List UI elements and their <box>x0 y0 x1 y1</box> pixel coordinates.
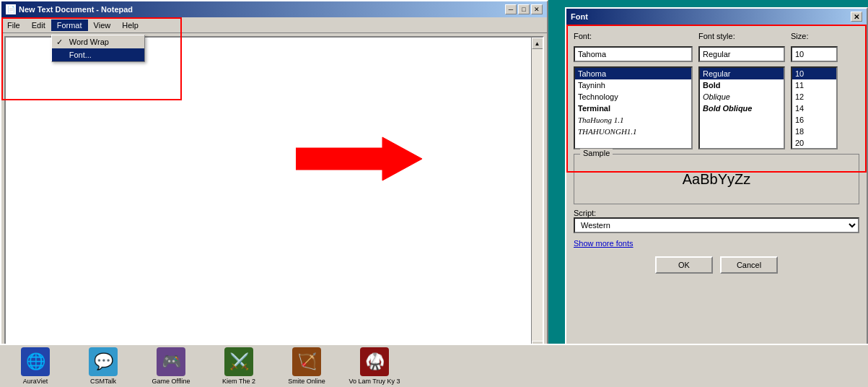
font-list-col: Tahoma Tayninh Technology Terminal ThaHu… <box>574 66 693 149</box>
taskbar-label-csmtalk: CSMTalk <box>90 378 116 385</box>
font-dialog-titlebar: Font ✕ <box>566 9 867 25</box>
list-item[interactable]: Tayninh <box>575 79 691 91</box>
right-arrow-icon <box>296 134 426 184</box>
taskbar-label-vo-lam: Vo Lam Truy Ky 3 <box>348 378 400 385</box>
scroll-track[interactable] <box>532 49 543 341</box>
font-name-input[interactable] <box>574 46 693 62</box>
font-input-col <box>574 46 693 62</box>
style-input-col <box>698 46 785 62</box>
taskbar-label-auraviet: AuraViet <box>23 378 48 385</box>
style-listbox-wrapper: Regular Bold Oblique Bold Oblique <box>698 66 785 149</box>
dialog-buttons: OK Cancel <box>574 256 859 274</box>
notepad-editor[interactable]: ▲ ▼ <box>4 36 544 354</box>
script-row: Script: Western Central European Cyrilli… <box>574 209 859 233</box>
menu-file[interactable]: File <box>1 19 26 31</box>
font-dialog-close-button[interactable]: ✕ <box>851 12 862 22</box>
title-left: 📄 New Text Document - Notepad <box>6 4 133 14</box>
font-dialog-title: Font <box>571 12 588 21</box>
font-listbox-wrapper: Tahoma Tayninh Technology Terminal ThaHu… <box>574 66 693 149</box>
taskbar-item-smite-online[interactable]: 🏹 Smite Online <box>274 346 339 386</box>
script-select[interactable]: Western Central European Cyrillic <box>574 217 859 233</box>
taskbar-label-kiem-the-2: Kiem The 2 <box>222 378 255 385</box>
font-labels-row: Font: Font style: Size: <box>574 32 859 42</box>
ok-button[interactable]: OK <box>655 256 713 274</box>
game-offline-icon: 🎮 <box>157 347 185 376</box>
list-item[interactable]: Regular <box>700 68 784 79</box>
list-item[interactable]: Terminal <box>575 103 691 114</box>
list-item[interactable]: 12 <box>792 91 836 103</box>
font-listboxes-row: Tahoma Tayninh Technology Terminal ThaHu… <box>574 66 859 149</box>
size-list-col: 10 11 12 14 16 18 20 <box>791 66 838 149</box>
menu-font[interactable]: Font... <box>52 48 144 61</box>
taskbar-label-game-offline: Game Offline <box>152 378 190 385</box>
scroll-up-button[interactable]: ▲ <box>532 38 543 49</box>
script-label: Script: <box>574 209 596 217</box>
menu-format[interactable]: Format ✓ Word Wrap Font... <box>51 19 88 31</box>
font-style-listbox[interactable]: Regular Bold Oblique Bold Oblique <box>698 66 785 149</box>
style-list-col: Regular Bold Oblique Bold Oblique <box>698 66 785 149</box>
sample-box: Sample AaBbYyZz <box>574 154 859 204</box>
notepad-app-icon: 📄 <box>6 4 16 14</box>
notepad-titlebar: 📄 New Text Document - Notepad ─ □ ✕ <box>1 1 547 17</box>
font-col-style-label: Font style: <box>698 32 785 42</box>
menu-edit[interactable]: Edit <box>26 19 51 31</box>
font-col-font-label: Font: <box>574 32 693 42</box>
list-item[interactable]: 16 <box>792 114 836 126</box>
sample-legend: Sample <box>580 149 613 157</box>
word-wrap-check: ✓ <box>56 38 63 47</box>
notepad-title: New Text Document - Notepad <box>19 5 133 14</box>
taskbar: 🌐 AuraViet 💬 CSMTalk 🎮 Game Offline ⚔️ K… <box>0 344 868 387</box>
font-name-listbox[interactable]: Tahoma Tayninh Technology Terminal ThaHu… <box>574 66 693 149</box>
taskbar-item-auraviet[interactable]: 🌐 AuraViet <box>3 346 68 386</box>
title-buttons: ─ □ ✕ <box>505 4 543 14</box>
list-item[interactable]: THAHUONGH1.1 <box>575 126 691 137</box>
format-dropdown: ✓ Word Wrap Font... <box>51 35 145 62</box>
size-listbox-wrapper: 10 11 12 14 16 18 20 <box>791 66 838 149</box>
taskbar-label-smite-online: Smite Online <box>288 378 325 385</box>
font-size-input[interactable] <box>791 46 838 62</box>
font-col-size-label: Size: <box>791 32 838 42</box>
list-item[interactable]: 20 <box>792 137 836 149</box>
list-item[interactable]: 14 <box>792 103 836 114</box>
list-item[interactable]: Bold Oblique <box>700 103 784 114</box>
vo-lam-icon: 🥋 <box>360 347 389 376</box>
font-size-listbox[interactable]: 10 11 12 14 16 18 20 <box>791 66 838 149</box>
font-style-input[interactable] <box>698 46 785 62</box>
list-item[interactable]: Oblique <box>700 91 784 103</box>
taskbar-item-vo-lam[interactable]: 🥋 Vo Lam Truy Ky 3 <box>342 346 407 386</box>
list-item[interactable]: Technology <box>575 91 691 103</box>
csmtalk-icon: 💬 <box>89 347 118 376</box>
size-input-col <box>791 46 838 62</box>
taskbar-item-game-offline[interactable]: 🎮 Game Offline <box>139 346 203 386</box>
menu-view[interactable]: View <box>88 19 117 31</box>
menu-word-wrap[interactable]: ✓ Word Wrap <box>52 35 144 48</box>
font-style-label: Font style: <box>698 32 785 40</box>
svg-marker-0 <box>296 137 422 181</box>
font-dialog-body: Font: Font style: Size: <box>566 25 867 281</box>
editor-scrollbar[interactable]: ▲ ▼ <box>531 38 543 352</box>
minimize-button[interactable]: ─ <box>505 4 517 14</box>
close-button[interactable]: ✕ <box>531 4 543 14</box>
notepad-menubar: File Edit Format ✓ Word Wrap Font... Vie… <box>1 17 547 33</box>
font-name-label: Font: <box>574 32 693 40</box>
kiem-the-2-icon: ⚔️ <box>224 347 253 376</box>
list-item[interactable]: 10 <box>792 68 836 79</box>
list-item[interactable]: Bold <box>700 79 784 91</box>
sample-text: AaBbYyZz <box>683 171 750 188</box>
smite-online-icon: 🏹 <box>292 347 321 376</box>
list-item[interactable]: 18 <box>792 126 836 137</box>
taskbar-item-csmtalk[interactable]: 💬 CSMTalk <box>71 346 136 386</box>
notepad-window: 📄 New Text Document - Notepad ─ □ ✕ File… <box>0 0 548 387</box>
arrow-container <box>289 130 433 188</box>
list-item[interactable]: Tahoma <box>575 68 691 79</box>
list-item[interactable]: 11 <box>792 79 836 91</box>
auraviet-icon: 🌐 <box>21 347 50 376</box>
font-dialog: Font ✕ Font: Font style: Size: <box>565 7 868 354</box>
cancel-button[interactable]: Cancel <box>720 256 778 274</box>
show-more-fonts-link[interactable]: Show more fonts <box>574 239 859 248</box>
taskbar-item-kiem-the-2[interactable]: ⚔️ Kiem The 2 <box>206 346 271 386</box>
menu-help[interactable]: Help <box>116 19 144 31</box>
list-item[interactable]: ThaHuong 1.1 <box>575 114 691 126</box>
maximize-button[interactable]: □ <box>518 4 530 14</box>
font-size-label: Size: <box>791 32 838 40</box>
